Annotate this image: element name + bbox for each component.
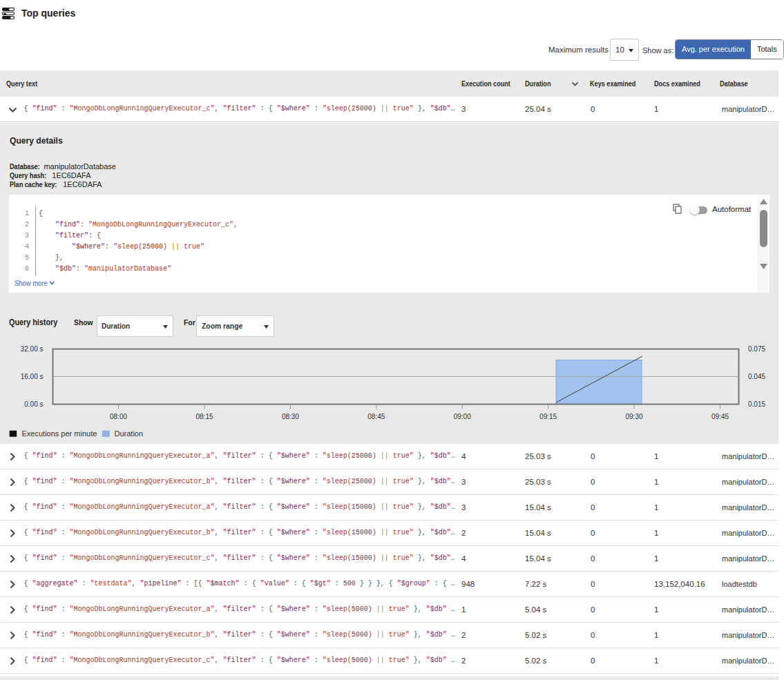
svg-text:Executions per minute: Executions per minute: [22, 429, 97, 438]
svg-text:09:00: 09:00: [454, 413, 471, 420]
svg-text:09:15: 09:15: [539, 413, 557, 420]
svg-text:Duration: Duration: [115, 429, 144, 438]
svg-text:0.045: 0.045: [748, 373, 765, 380]
svg-text:08:15: 08:15: [195, 413, 213, 420]
svg-text:08:30: 08:30: [282, 413, 299, 420]
svg-text:0.075: 0.075: [748, 345, 765, 353]
svg-text:0.00 s: 0.00 s: [24, 400, 43, 408]
svg-text:09:30: 09:30: [625, 413, 642, 420]
svg-text:08:00: 08:00: [110, 413, 127, 420]
svg-text:32.00 s: 32.00 s: [21, 345, 44, 353]
svg-text:0.015: 0.015: [748, 400, 765, 408]
svg-text:16.00 s: 16.00 s: [21, 373, 44, 380]
svg-text:09:45: 09:45: [711, 413, 729, 420]
svg-text:08:45: 08:45: [367, 413, 385, 420]
